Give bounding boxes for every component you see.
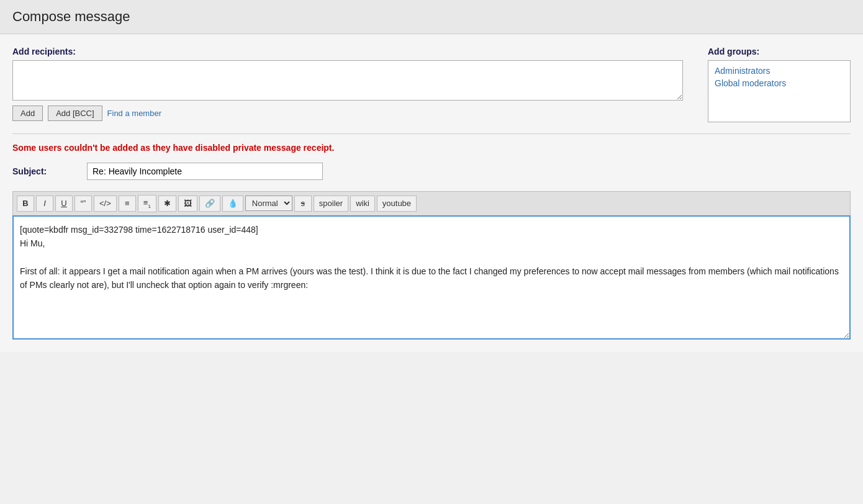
image-button[interactable]: 🖼	[178, 196, 197, 212]
subject-input[interactable]	[87, 163, 323, 180]
message-textarea[interactable]: [quote=kbdfr msg_id=332798 time=16227187…	[12, 215, 851, 340]
find-member-link[interactable]: Find a member	[107, 109, 161, 118]
page-title: Compose message	[12, 9, 851, 25]
button-row: Add Add [BCC] Find a member	[12, 106, 683, 121]
error-message: Some users couldn't be added as they hav…	[12, 143, 851, 153]
recipients-right: Add groups: Administrators Global modera…	[708, 47, 851, 122]
groups-label: Add groups:	[708, 47, 851, 56]
subject-row: Subject:	[12, 163, 851, 180]
recipients-section: Add recipients: Add Add [BCC] Find a mem…	[12, 47, 851, 122]
editor-toolbar: B I U “” </> ≡ ≡1 ✱ 🖼 🔗 💧 Normal Small L…	[12, 191, 851, 215]
color-button[interactable]: 💧	[222, 196, 243, 212]
list-numbered-button[interactable]: ≡1	[138, 195, 156, 212]
star-button[interactable]: ✱	[158, 196, 176, 212]
title-bar: Compose message	[0, 0, 863, 34]
add-bcc-button[interactable]: Add [BCC]	[48, 106, 102, 121]
group-global-moderators[interactable]: Global moderators	[715, 78, 844, 88]
quote-button[interactable]: “”	[75, 196, 92, 212]
divider-1	[12, 133, 851, 134]
recipients-label: Add recipients:	[12, 47, 683, 56]
recipients-left: Add recipients: Add Add [BCC] Find a mem…	[12, 47, 683, 122]
code-button[interactable]: </>	[94, 196, 117, 212]
italic-button[interactable]: I	[36, 196, 53, 212]
page-container: Compose message Add recipients: Add Add …	[0, 0, 863, 504]
font-size-select[interactable]: Normal Small Large Huge	[245, 196, 292, 211]
subject-label: Subject:	[12, 166, 87, 176]
underline-button[interactable]: U	[55, 196, 73, 212]
recipients-input[interactable]	[12, 60, 683, 101]
link-button[interactable]: 🔗	[199, 196, 220, 212]
list-bullet-button[interactable]: ≡	[119, 196, 136, 212]
groups-box: Administrators Global moderators	[708, 60, 851, 122]
bold-button[interactable]: B	[17, 196, 34, 212]
youtube-button[interactable]: youtube	[377, 196, 417, 212]
strikethrough-button[interactable]: s	[294, 196, 312, 212]
content-area: Add recipients: Add Add [BCC] Find a mem…	[0, 34, 863, 352]
group-administrators[interactable]: Administrators	[715, 66, 844, 76]
wiki-button[interactable]: wiki	[350, 196, 375, 212]
spoiler-button[interactable]: spoiler	[314, 196, 348, 212]
add-button[interactable]: Add	[12, 106, 43, 121]
